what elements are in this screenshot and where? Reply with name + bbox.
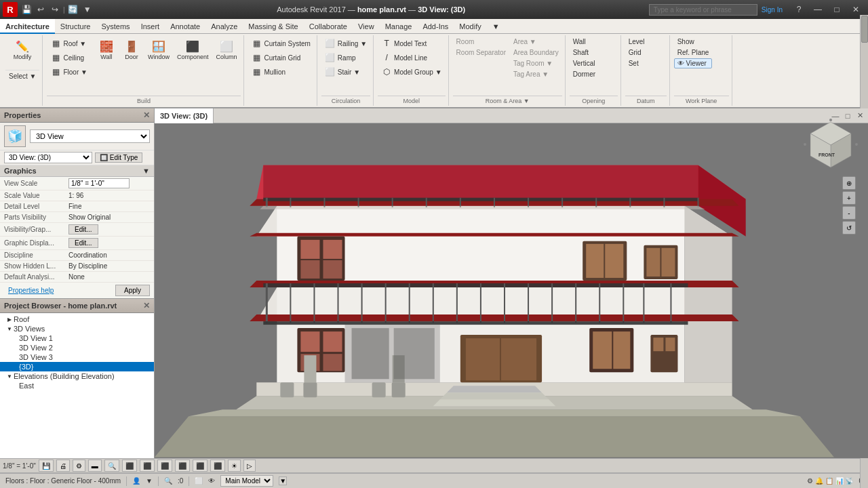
menu-structure[interactable]: Structure [55, 19, 96, 34]
search-input[interactable] [649, 4, 757, 16]
shaft-button[interactable]: Shaft [570, 47, 599, 58]
zoom-out-button[interactable]: - [842, 206, 856, 220]
graphics-label: Graphics [4, 167, 37, 175]
stair-button[interactable]: ⬜Stair ▼ [321, 65, 363, 79]
room-separator-button[interactable]: Room Separator [453, 47, 509, 58]
tree-item-elevations[interactable]: ▼ Elevations (Building Elevation) [0, 371, 154, 381]
menu-collaborate[interactable]: Collaborate [304, 19, 353, 34]
dormer-button[interactable]: Dormer [570, 69, 599, 79]
status-btn-1[interactable]: 💾 [39, 460, 54, 472]
column-button[interactable]: ⬜ Column [212, 37, 240, 62]
menu-systems[interactable]: Systems [96, 19, 135, 34]
opening-wall-button[interactable]: Wall [570, 37, 599, 47]
visibility-edit-button[interactable]: Edit... [68, 224, 98, 235]
level-button[interactable]: Level [625, 37, 648, 47]
navigation-cube[interactable]: FRONT [804, 119, 858, 173]
graphics-section-header[interactable]: Graphics ▼ [0, 165, 154, 177]
tree-item-3dview1[interactable]: 3D View 1 [0, 333, 154, 343]
menu-massing[interactable]: Massing & Site [243, 19, 303, 34]
select-dropdown[interactable]: Select ▼ [5, 71, 39, 81]
graphic-display-edit-button[interactable]: Edit... [68, 238, 98, 248]
ramp-button[interactable]: ⬜Ramp [321, 51, 359, 64]
model-line-button[interactable]: /Model Line [378, 51, 431, 64]
tree-item-east[interactable]: East [0, 381, 154, 390]
thin-lines-button[interactable]: ▬ [88, 460, 102, 472]
tree-item-roof[interactable]: ▶ Roof [0, 314, 154, 324]
curtain-grid-button[interactable]: ▦Curtain Grid [248, 51, 304, 64]
curtain-system-button[interactable]: ▦Curtain System [248, 37, 314, 50]
model-dropdown-btn[interactable]: ▼ [279, 476, 287, 485]
tree-item-3dview2[interactable]: 3D View 2 [0, 343, 154, 352]
tag-room-button[interactable]: Tag Room ▼ [510, 58, 562, 68]
menu-insert[interactable]: Insert [136, 19, 165, 34]
status-btn-7[interactable]: ⬛ [157, 460, 172, 472]
area-boundary-button[interactable]: Area Boundary [510, 47, 562, 58]
window-button[interactable]: 🪟 Window [144, 37, 173, 62]
view-scale-input[interactable] [68, 178, 130, 188]
menu-architecture[interactable]: Architecture [0, 19, 55, 34]
menu-view[interactable]: View [353, 19, 380, 34]
ceiling-button[interactable]: ▦Ceiling [47, 51, 90, 64]
status-btn-4[interactable]: 🔍 [104, 460, 119, 472]
view-select-dropdown[interactable]: 3D View: (3D) [4, 152, 92, 163]
help-button[interactable]: ? [789, 0, 808, 19]
vertical-button[interactable]: Vertical [570, 58, 599, 68]
door-button[interactable]: 🚪 Door [119, 37, 144, 62]
status-btn-11[interactable]: ▷ [243, 460, 256, 472]
status-btn-2[interactable]: 🖨 [56, 460, 70, 472]
status-btn-5[interactable]: ⬛ [122, 460, 137, 472]
status-btn-8[interactable]: ⬛ [175, 460, 190, 472]
undo-button[interactable]: ↩ [35, 3, 47, 16]
sign-in-link[interactable]: Sign In [762, 6, 783, 14]
set-button[interactable]: Set [625, 58, 642, 68]
sun-settings-button[interactable]: ☀ [228, 460, 241, 472]
properties-close[interactable]: ✕ [143, 110, 150, 120]
redo-button[interactable]: ↪ [49, 3, 61, 16]
viewer-button[interactable]: 👁 Viewer [674, 58, 713, 68]
zoom-full-button[interactable]: ⊕ [842, 176, 856, 190]
tag-area-button[interactable]: Tag Area ▼ [510, 69, 562, 79]
edit-type-button[interactable]: 🔲 Edit Type [95, 152, 142, 163]
show-button[interactable]: Show [674, 37, 713, 47]
status-btn-10[interactable]: ⬛ [210, 460, 225, 472]
floor-button[interactable]: ▦Floor ▼ [47, 65, 90, 79]
minimize-button[interactable]: — [808, 0, 827, 19]
menu-dropdown[interactable]: ▼ [487, 19, 505, 34]
menu-addins[interactable]: Add-Ins [417, 19, 454, 34]
tree-item-3dviews[interactable]: ▼ 3D Views [0, 324, 154, 333]
save-button[interactable]: 💾 [20, 3, 33, 16]
room-button[interactable]: Room [453, 37, 509, 47]
viewport[interactable]: 3D View: (3D) — □ ✕ [155, 108, 868, 458]
ref-plane-button[interactable]: Ref. Plane [674, 47, 713, 58]
orbit-button[interactable]: ↺ [842, 221, 856, 235]
tree-item-3d-current[interactable]: {3D} [0, 362, 154, 371]
menu-manage[interactable]: Manage [380, 19, 418, 34]
menu-annotate[interactable]: Annotate [165, 19, 205, 34]
status-btn-6[interactable]: ⬛ [140, 460, 155, 472]
wall-button[interactable]: 🧱 Wall [94, 37, 119, 62]
zoom-in-button[interactable]: + [842, 191, 856, 205]
view-type-select[interactable]: 3D View [30, 129, 150, 143]
menu-analyze[interactable]: Analyze [205, 19, 243, 34]
viewport-tab-3d[interactable]: 3D View: (3D) [155, 108, 214, 123]
tree-item-3dview3[interactable]: 3D View 3 [0, 352, 154, 362]
restore-button[interactable]: □ [827, 0, 846, 19]
status-btn-9[interactable]: ⬛ [193, 460, 208, 472]
grid-button[interactable]: Grid [625, 47, 645, 58]
properties-help-link[interactable]: Properties help [4, 284, 58, 297]
area-button[interactable]: Area ▼ [510, 37, 562, 47]
status-btn-3[interactable]: ⚙ [73, 460, 85, 472]
component-button[interactable]: ⬛ Component [174, 37, 212, 62]
modify-button[interactable]: ✏️ Modify [5, 37, 39, 62]
roof-button[interactable]: ▦Roof ▼ [47, 37, 90, 50]
menu-modify[interactable]: Modify [454, 19, 486, 34]
sync-button[interactable]: 🔄 [67, 3, 79, 16]
railing-button[interactable]: ⬜Railing ▼ [321, 37, 370, 50]
model-text-button[interactable]: TModel Text [378, 37, 430, 50]
model-select[interactable]: Main Model [220, 475, 273, 487]
model-group-button[interactable]: ⬡Model Group ▼ [378, 65, 445, 79]
apply-button[interactable]: Apply [115, 285, 150, 296]
mullion-button[interactable]: ▦Mullion [248, 65, 290, 79]
project-browser-close[interactable]: ✕ [143, 301, 150, 310]
qa-dropdown[interactable]: ▼ [81, 3, 94, 16]
